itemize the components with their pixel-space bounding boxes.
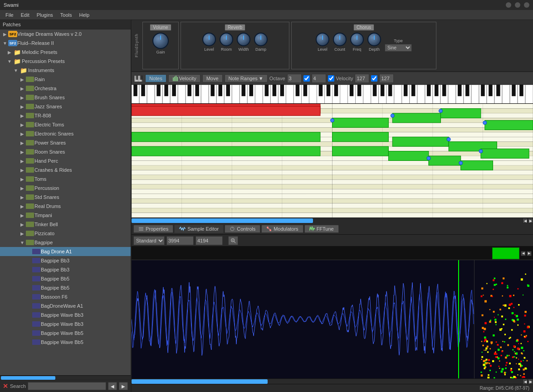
search-next-button[interactable]: ▶ [119, 382, 128, 390]
chorus-level-knob[interactable] [316, 33, 329, 46]
tree-item-electric-toms[interactable]: ▶ Electric Toms [0, 120, 131, 129]
waveform-scroll-right[interactable]: ▶ [528, 379, 533, 384]
expand-icon[interactable]: ▶ [19, 195, 25, 200]
expand-icon[interactable]: ▶ [19, 122, 25, 127]
volume-toggle[interactable]: Volume [150, 24, 171, 31]
minimize-button[interactable] [506, 2, 511, 8]
chorus-type-select[interactable]: Sine Triangle [385, 44, 412, 52]
expand-icon[interactable]: ▶ [19, 204, 25, 209]
menu-edit[interactable]: Edit [17, 11, 33, 19]
tree-item-pizzicato[interactable]: ▶ Pizzicato [0, 229, 131, 238]
tree-item-melodic[interactable]: ▶ 📁 Melodic Presets [0, 48, 131, 57]
sample-mode-select[interactable]: Standard [133, 236, 165, 245]
menu-plugins[interactable]: Plugins [33, 11, 57, 19]
pianoroll-hscrollbar[interactable]: ◀ ▶ [132, 218, 533, 223]
expand-icon[interactable]: ▶ [19, 86, 25, 91]
sample-zoom-button[interactable] [228, 236, 238, 245]
tree-item-std-snares[interactable]: ▶ Std Snares [0, 193, 131, 202]
tree-item-brush-snares[interactable]: ▶ Brush Snares [0, 93, 131, 102]
tab-properties[interactable]: Properties [133, 225, 173, 233]
menu-help[interactable]: Help [75, 11, 93, 19]
tree-item-bagpipe-bb3-1[interactable]: Bagpipe Bb3 [0, 256, 131, 265]
tree-item-bagpipe-wave-bb5-2[interactable]: Bagpipe Wave Bb5 [0, 338, 131, 347]
waveform-overview[interactable]: ◀ ▶ [132, 247, 533, 260]
waveform-hscrollbar[interactable]: ◀ ▶ [132, 378, 533, 384]
tree-item-bag-drone[interactable]: Bag Drone A1 [0, 247, 131, 256]
tree-item-percussion[interactable]: ▶ Percussion [0, 184, 131, 193]
expand-icon[interactable]: ▶ [19, 104, 25, 109]
tree-item-fluid[interactable]: ▼ SF2 Fluid--Release II [0, 39, 131, 48]
reverb-room-knob[interactable] [220, 33, 233, 46]
expand-icon[interactable]: ▶ [19, 140, 25, 145]
tree-item-bagpipe-wave-bb5-1[interactable]: Bagpipe Wave Bb5 [0, 329, 131, 338]
tree-item-tinker-bell[interactable]: ▶ Tinker Bell [0, 220, 131, 229]
sample-end-input[interactable] [196, 236, 223, 245]
pitch-input[interactable] [312, 74, 326, 83]
tree-item-bagpipe[interactable]: ▼ Bagpipe [0, 238, 131, 247]
search-clear-button[interactable]: ✕ [3, 382, 8, 390]
reverb-damp-knob[interactable] [254, 33, 268, 46]
tree-item-electronic-snares[interactable]: ▶ Electronic Snares [0, 129, 131, 138]
expand-icon[interactable]: ▼ [13, 68, 19, 73]
velocity-input-2[interactable] [379, 74, 394, 83]
expand-icon[interactable]: ▶ [19, 95, 25, 100]
menu-file[interactable]: File [2, 11, 17, 19]
tree-item-bassoon[interactable]: Bassoon F6 [0, 292, 131, 301]
expand-icon[interactable]: ▶ [19, 113, 25, 118]
tree-item-hand-perc[interactable]: ▶ Hand Perc [0, 156, 131, 165]
velocity-checkbox-2[interactable] [371, 75, 377, 82]
tree-item-orchestra[interactable]: ▶ Orchestra [0, 84, 131, 93]
tree-hscrollbar[interactable] [0, 375, 131, 380]
waveform-nav-left[interactable]: ◀ [521, 251, 526, 256]
waveform-main[interactable] [132, 260, 474, 378]
tree-item-timpani[interactable]: ▶ Timpani [0, 211, 131, 220]
pitch-checkbox[interactable] [303, 75, 310, 82]
tree-item-tr808[interactable]: ▶ TR-808 [0, 111, 131, 120]
expand-icon[interactable]: ▼ [19, 240, 25, 245]
tab-controls[interactable]: Controls [225, 225, 260, 233]
expand-icon[interactable]: ▶ [19, 159, 25, 164]
tree-item-room-snares[interactable]: ▶ Room Snares [0, 147, 131, 156]
expand-icon[interactable]: ▶ [19, 77, 25, 82]
expand-icon[interactable]: ▶ [19, 150, 25, 155]
scroll-left-button[interactable]: ◀ [523, 218, 528, 223]
expand-icon[interactable]: ▼ [6, 59, 13, 64]
expand-icon[interactable]: ▼ [2, 41, 8, 46]
tree-item-crashes-rides[interactable]: ▶ Crashes & Rides [0, 165, 131, 174]
expand-icon[interactable]: ▶ [6, 50, 13, 55]
maximize-button[interactable] [515, 2, 520, 8]
expand-icon[interactable]: ▶ [19, 186, 25, 191]
patch-tree[interactable]: ▶ SF2 Vintage Dreams Waves v 2.0 ▼ SF2 F… [0, 29, 131, 375]
tree-item-percussion-presets[interactable]: ▼ 📁 Percussion Presets [0, 57, 131, 66]
tree-item-bagpipe-bb3-2[interactable]: Bagpipe Bb3 [0, 265, 131, 274]
tree-item-power-snares[interactable]: ▶ Power Snares [0, 138, 131, 147]
chorus-depth-knob[interactable] [367, 33, 381, 46]
tree-item-rain[interactable]: ▶ Rain [0, 75, 131, 84]
note-ranges-tab[interactable]: Note Ranges ▼ [225, 74, 268, 82]
tree-item-real-drums[interactable]: ▶ Real Drums [0, 202, 131, 211]
chorus-toggle[interactable]: Chorus [353, 24, 374, 31]
tree-item-bagdronewave[interactable]: BagDroneWave A1 [0, 301, 131, 310]
tree-item-bagpipe-bb5-2[interactable]: Bagpipe Bb5 [0, 283, 131, 292]
expand-icon[interactable]: ▶ [19, 168, 25, 173]
search-prev-button[interactable]: ◀ [108, 382, 117, 390]
expand-icon[interactable]: ▶ [19, 231, 25, 236]
expand-icon[interactable]: ▶ [19, 222, 25, 227]
menu-tools[interactable]: Tools [57, 11, 76, 19]
chorus-count-knob[interactable] [333, 33, 347, 46]
expand-icon[interactable]: ▶ [19, 177, 25, 182]
waveform-scroll-left[interactable]: ◀ [523, 379, 528, 384]
notes-tab[interactable]: Notes [145, 74, 166, 82]
expand-icon[interactable]: ▶ [19, 131, 25, 136]
tab-modulators[interactable]: Modulators [261, 225, 303, 233]
velocity-tab[interactable]: Velocity [168, 74, 200, 82]
tab-fftune[interactable]: FFTune [304, 225, 339, 233]
note-ranges-dropdown-icon[interactable]: ▼ [259, 76, 264, 81]
tree-item-vintage[interactable]: ▶ SF2 Vintage Dreams Waves v 2.0 [0, 29, 131, 39]
velocity-input-1[interactable] [355, 74, 369, 83]
tab-sample-editor[interactable]: Sample Editor [174, 225, 224, 233]
octave-input[interactable] [287, 74, 302, 83]
tree-item-bagpipe-wave-bb3-1[interactable]: Bagpipe Wave Bb3 [0, 310, 131, 319]
expand-icon[interactable]: ▶ [2, 32, 8, 37]
tree-item-toms[interactable]: ▶ Toms [0, 174, 131, 184]
